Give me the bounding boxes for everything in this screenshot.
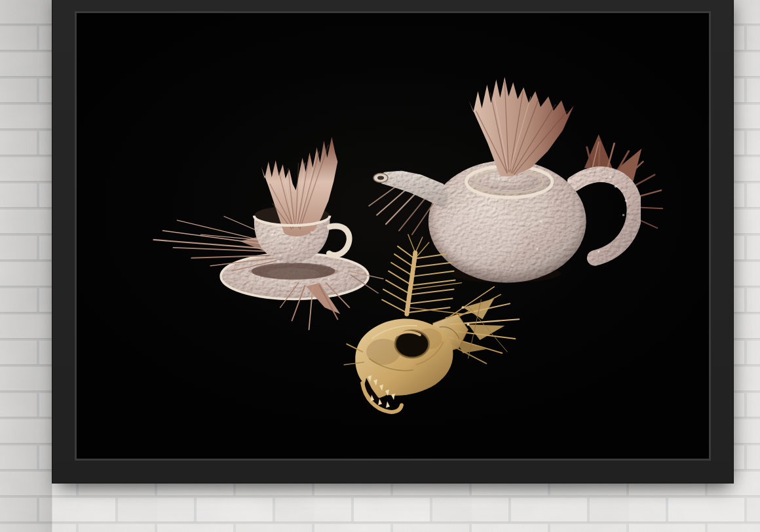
teapot-body-highlight [438, 202, 522, 264]
artwork-scene [77, 13, 709, 459]
cup-handle [329, 226, 349, 255]
teacup-group [154, 137, 384, 330]
cup-shadow [252, 263, 335, 280]
teapot-group [369, 77, 662, 282]
picture-frame [52, 0, 734, 484]
scene [0, 0, 760, 532]
fish-skull [344, 318, 453, 411]
lid-knob-tail-fin [469, 77, 574, 176]
artwork-photo [75, 11, 711, 461]
